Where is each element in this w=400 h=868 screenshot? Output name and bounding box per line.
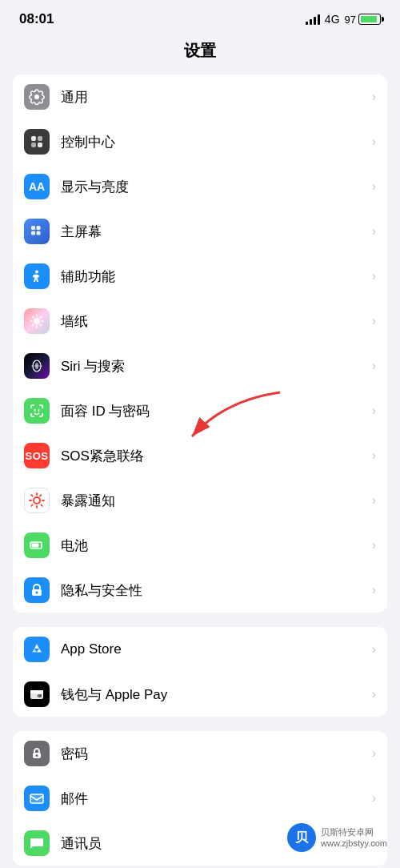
sos-chevron: › [372,448,376,463]
sos-label: SOS紧急联络 [61,447,372,465]
svg-point-8 [35,271,38,274]
general-icon [24,84,50,110]
privacy-chevron: › [372,583,376,597]
settings-item-home-screen[interactable]: 主屏幕 › [13,209,387,254]
messages-icon [24,830,50,856]
exposure-icon [24,488,50,513]
wallet-chevron: › [372,687,376,701]
passwords-label: 密码 [61,745,372,763]
settings-item-passwords[interactable]: 密码 › [13,731,387,776]
svg-rect-2 [31,143,36,147]
faceid-icon [24,398,50,424]
svg-point-10 [35,319,38,323]
svg-rect-1 [38,136,42,141]
wallet-label: 钱包与 Apple Pay [61,685,372,704]
faceid-label: 面容 ID 与密码 [61,402,372,420]
passwords-chevron: › [372,746,376,761]
battery-fill [361,16,377,22]
display-icon: AA [24,174,50,199]
battery-indicator: 97 [345,14,381,26]
svg-rect-20 [30,690,43,693]
svg-point-17 [36,592,38,594]
settings-item-siri[interactable]: Siri 与搜索 › [13,344,387,388]
control-center-chevron: › [372,135,376,149]
svg-rect-6 [31,231,35,235]
general-chevron: › [372,90,376,104]
passwords-icon [24,741,50,766]
network-type: 4G [325,13,340,26]
svg-rect-25 [30,794,43,803]
svg-rect-4 [31,226,35,230]
exposure-label: 暴露通知 [61,492,372,510]
svg-rect-3 [38,143,42,147]
svg-rect-15 [32,544,39,548]
settings-item-sos[interactable]: SOS SOS紧急联络 › [13,433,387,478]
watermark-icon: 贝 [287,823,316,852]
svg-point-24 [36,754,38,757]
battery-label: 电池 [61,536,372,555]
wallpaper-chevron: › [372,314,376,328]
mail-icon [24,786,50,811]
settings-section-2: App Store › 钱包与 Apple Pay › [0,627,400,717]
settings-item-wallet[interactable]: 钱包与 Apple Pay › [13,672,387,717]
siri-chevron: › [372,359,376,373]
display-label: 显示与亮度 [61,178,372,196]
svg-point-13 [34,497,40,504]
control-center-label: 控制中心 [61,133,372,151]
svg-point-22 [38,694,41,697]
privacy-icon [24,577,50,603]
status-time: 08:01 [19,11,54,27]
settings-item-display[interactable]: AA 显示与亮度 › [13,164,387,209]
svg-rect-0 [31,136,36,141]
settings-item-appstore[interactable]: App Store › [13,627,387,672]
sos-text: SOS [26,450,49,462]
settings-item-faceid[interactable]: 面容 ID 与密码 › [13,388,387,433]
accessibility-chevron: › [372,269,376,283]
wallet-icon [24,681,50,707]
home-screen-icon [24,219,50,244]
exposure-chevron: › [372,493,376,508]
svg-rect-7 [37,231,41,235]
appstore-label: App Store [61,641,372,657]
settings-group-1: 通用 › 控制中心 › AA 显示与亮度 › [13,74,387,613]
watermark-text: 贝斯特安卓网 www.zjbstyy.com [321,826,387,850]
settings-item-wallpaper[interactable]: 墙纸 › [13,299,387,344]
siri-label: Siri 与搜索 [61,357,372,376]
home-screen-label: 主屏幕 [61,223,372,241]
display-chevron: › [372,179,376,194]
mail-label: 邮件 [61,790,372,808]
accessibility-label: 辅助功能 [61,267,372,286]
battery-settings-icon [24,532,50,558]
battery-chevron: › [372,538,376,553]
faceid-chevron: › [372,404,376,418]
siri-icon [24,353,50,379]
settings-item-control-center[interactable]: 控制中心 › [13,119,387,164]
status-bar: 08:01 4G 97 [0,0,400,34]
wallpaper-icon [24,308,50,334]
sos-icon: SOS [24,443,50,468]
svg-rect-5 [37,226,41,230]
settings-item-mail[interactable]: 邮件 › [13,776,387,821]
control-center-icon [24,129,50,155]
page-title: 设置 [184,42,216,59]
page-header: 设置 [0,34,400,74]
settings-item-exposure[interactable]: 暴露通知 › [13,478,387,523]
settings-item-general[interactable]: 通用 › [13,74,387,119]
status-icons: 4G 97 [306,13,381,26]
accessibility-icon [24,263,50,289]
settings-item-battery[interactable]: 电池 › [13,523,387,568]
battery-icon [358,14,381,25]
mail-chevron: › [372,791,376,806]
general-label: 通用 [61,88,372,106]
home-screen-chevron: › [372,224,376,239]
battery-level: 97 [345,14,356,26]
wallpaper-label: 墙纸 [61,312,372,331]
settings-item-accessibility[interactable]: 辅助功能 › [13,254,387,299]
settings-section-1: 通用 › 控制中心 › AA 显示与亮度 › [0,74,400,613]
privacy-label: 隐私与安全性 [61,581,372,600]
settings-group-2: App Store › 钱包与 Apple Pay › [13,627,387,717]
appstore-icon [24,637,50,662]
settings-item-privacy[interactable]: 隐私与安全性 › [13,568,387,613]
signal-icon [306,14,320,25]
watermark: 贝 贝斯特安卓网 www.zjbstyy.com [287,823,387,852]
